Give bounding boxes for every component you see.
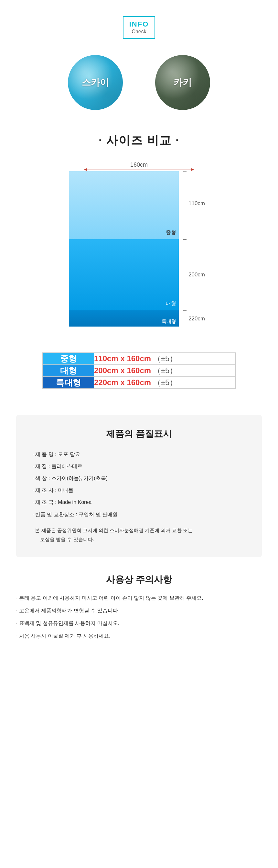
blanket-visual: 중형 대형 특대형	[69, 171, 179, 327]
large-label: 대형	[166, 300, 176, 307]
info-label: INFO	[129, 20, 149, 29]
swatch-circle-khaki: 카키	[155, 55, 210, 110]
quality-title: 제품의 품질표시	[32, 428, 246, 440]
quality-item-5: · 반품 및 교환장소 : 구입처 및 판매원	[32, 510, 246, 519]
width-label: 160cm	[130, 161, 148, 168]
xlarge-label: 특대형	[162, 318, 176, 324]
size-dims-medium: 110cm x 160cm （±5）	[94, 353, 236, 365]
size-row-medium: 중형 110cm x 160cm （±5）	[42, 353, 236, 365]
swatch-khaki: 카키	[155, 55, 210, 110]
dim-110-label: 110cm	[188, 200, 205, 207]
caution-section: 사용상 주의사항 · 본래 용도 이외에 사용하지 마시고 어린 아이 손이 닿…	[16, 574, 262, 647]
check-label: Check	[129, 29, 149, 35]
dim-110: 110cm	[183, 171, 205, 240]
dimension-markers: 110cm 200cm	[183, 171, 209, 327]
swatch-circle-sky: 스카이	[68, 55, 123, 110]
size-diagram: 160cm 중형	[69, 161, 209, 327]
info-check-badge: INFO Check	[123, 16, 155, 39]
caution-item-1: · 고온에서 제품의형태가 변형될 수 있습니다.	[16, 606, 262, 615]
quality-section: 제품의 품질표시 · 제 품 명 : 모포 담요 · 재 질 : 폴리에스테르 …	[16, 415, 262, 557]
size-row-large: 대형 200cm x 160cm （±5）	[42, 365, 236, 377]
size-name-large: 대형	[42, 365, 94, 377]
quality-item-0: · 제 품 명 : 모포 담요	[32, 450, 246, 459]
caution-items: · 본래 용도 이외에 사용하지 마시고 어린 아이 손이 닿지 않는 곳에 보…	[16, 594, 262, 641]
size-dims-large: 200cm x 160cm （±5）	[94, 365, 236, 377]
quality-item-1: · 재 질 : 폴리에스테르	[32, 462, 246, 471]
dim-200-label: 200cm	[188, 272, 205, 278]
page-wrapper: INFO Check 스카이 카키 · 사이즈 비교 · 160cm	[0, 0, 278, 666]
quality-items: · 제 품 명 : 모포 담요 · 재 질 : 폴리에스테르 · 색 상 : 스…	[32, 450, 246, 545]
quality-item-2: · 색 상 : 스카이(하늘), 카키(초록)	[32, 474, 246, 483]
size-comparison-title: · 사이즈 비교 ·	[99, 133, 179, 149]
dim-220: 220cm	[183, 310, 205, 327]
color-swatches-container: 스카이 카키	[68, 55, 210, 110]
quality-item-3: · 제 조 사 : 미녀몰	[32, 486, 246, 495]
size-dims-xlarge: 220cm x 160cm （±5）	[94, 377, 236, 389]
caution-item-0: · 본래 용도 이외에 사용하지 마시고 어린 아이 손이 닿지 않는 곳에 보…	[16, 594, 262, 602]
dim-220-label: 220cm	[188, 315, 205, 322]
caution-item-3: · 처음 사용시 이물질 제거 후 사용하세요.	[16, 631, 262, 640]
size-row-xlarge: 특대형 220cm x 160cm （±5）	[42, 377, 236, 389]
size-table: 중형 110cm x 160cm （±5） 대형 200cm x 160cm （…	[42, 352, 236, 389]
layer-medium: 중형	[69, 171, 179, 239]
quality-note: · 본 제품은 공정위원회 고시에 의한 소비자분쟁해결 기준에 의거 교환 또…	[32, 526, 246, 535]
size-name-medium: 중형	[42, 353, 94, 365]
caution-title: 사용상 주의사항	[16, 574, 262, 586]
swatch-label-khaki: 카키	[174, 76, 192, 89]
layer-xlarge: 특대형	[69, 310, 179, 327]
size-comparison-section: · 사이즈 비교 · 160cm	[0, 133, 278, 389]
quality-item-4: · 제 조 국 : Made in Korea	[32, 498, 246, 506]
layer-large: 대형	[69, 239, 179, 310]
medium-label: 중형	[166, 229, 176, 236]
caution-item-2: · 표백제 및 섬유유연제를 사용하지 마십시오.	[16, 619, 262, 627]
dim-200: 200cm	[183, 239, 205, 311]
swatch-sky: 스카이	[68, 55, 123, 110]
size-name-xlarge: 특대형	[42, 377, 94, 389]
quality-note-indent: 보상을 받을 수 있습니다.	[32, 535, 246, 545]
swatch-label-sky: 스카이	[82, 76, 109, 89]
diagram-main-row: 중형 대형 특대형	[69, 171, 209, 327]
